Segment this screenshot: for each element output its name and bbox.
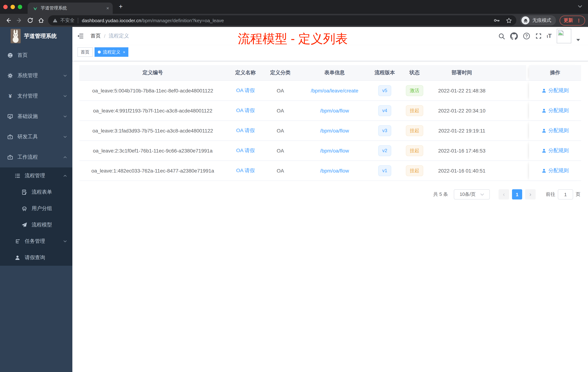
sidebar-item-process-form[interactable]: 流程表单 — [0, 184, 72, 200]
select-chevron-icon — [480, 193, 484, 196]
sidebar-item-process-management[interactable]: 流程管理 — [0, 167, 72, 184]
tab-close-icon[interactable]: × — [106, 5, 109, 11]
forward-button[interactable] — [14, 17, 25, 24]
tag-label: 流程定义 — [103, 49, 120, 55]
chevron-down-icon — [63, 74, 67, 78]
back-button[interactable] — [3, 17, 14, 24]
form-icon — [21, 189, 27, 195]
cell-category: OA — [265, 141, 296, 161]
tab-search-chevron-icon[interactable] — [578, 5, 582, 8]
tag-close-icon[interactable]: × — [123, 50, 125, 54]
definition-name-link[interactable]: OA 请假 — [236, 127, 255, 134]
sidebar-item-infrastructure[interactable]: 基础设施 — [0, 106, 72, 127]
screenshot-viewport: 芋道管理系统 × + — [0, 0, 588, 372]
col-header-name: 定义名称 — [226, 65, 265, 81]
search-icon[interactable] — [498, 33, 505, 40]
assign-rule-link[interactable]: 分配规则 — [541, 107, 569, 114]
window-minimize-button[interactable] — [10, 5, 15, 9]
sidebar-item-label: 用户分组 — [32, 205, 67, 212]
definition-table: 定义编号 定义名称 定义分类 表单信息 流程版本 状态 部署时间 操作 oa_l… — [79, 65, 581, 181]
form-link[interactable]: /bpm/oa/flow — [320, 168, 349, 174]
definition-name-link[interactable]: OA 请假 — [236, 107, 255, 114]
security-warning-icon[interactable] — [52, 18, 58, 23]
status-badge: 挂起 — [406, 105, 423, 116]
sidebar-item-workflow[interactable]: 工作流程 — [0, 147, 72, 167]
sidebar-item-home[interactable]: 首页 — [0, 45, 72, 66]
browser-update-button[interactable]: 更新 ⋮ — [560, 15, 585, 25]
cell-filler — [491, 81, 526, 101]
goto-page-input[interactable] — [558, 189, 573, 199]
form-link[interactable]: /bpm/oa/flow — [320, 148, 349, 153]
chevron-down-icon — [63, 94, 67, 98]
sidebar-item-user-group[interactable]: 用户分组 — [0, 200, 72, 217]
security-label[interactable]: 不安全 — [60, 17, 74, 24]
assign-rule-link[interactable]: 分配规则 — [541, 127, 569, 134]
sidebar-item-task-management[interactable]: 任务管理 — [0, 233, 72, 249]
sidebar-item-label: 首页 — [17, 52, 67, 59]
breadcrumb-home[interactable]: 首页 — [91, 33, 101, 39]
sidebar-item-label: 流程模型 — [32, 221, 67, 228]
sidebar-item-leave-query[interactable]: 请假查询 — [0, 249, 72, 266]
browser-tab[interactable]: 芋道管理系统 × — [28, 2, 113, 14]
browser-menu-kebab-icon[interactable]: ⋮ — [576, 18, 581, 23]
cell-definition-id: oa_leave:2:3c1f0ef1-76b1-11ec-9c66-a2380… — [79, 141, 226, 161]
goto-label: 前往 — [546, 191, 555, 198]
page-size-select[interactable]: 10条/页 — [454, 189, 490, 199]
sidebar-item-dev-tools[interactable]: 研发工具 — [0, 127, 72, 147]
sidebar-collapse-icon[interactable] — [77, 33, 84, 39]
sidebar-item-label: 系统管理 — [17, 72, 63, 79]
avatar-caret-icon[interactable] — [576, 39, 580, 41]
definition-name-link[interactable]: OA 请假 — [236, 167, 255, 174]
sidebar-item-process-model[interactable]: 流程模型 — [0, 217, 72, 233]
new-tab-button[interactable]: + — [116, 2, 125, 11]
incognito-badge: 无痕模式 — [520, 15, 556, 25]
tag-tab-home[interactable]: 首页 — [77, 47, 93, 57]
omnibox-separator — [78, 18, 78, 23]
form-link[interactable]: /bpm/oa/flow — [320, 108, 349, 114]
list-icon — [15, 173, 20, 178]
assign-rule-link[interactable]: 分配规则 — [541, 147, 569, 154]
definition-name-link[interactable]: OA 请假 — [236, 87, 255, 94]
form-link[interactable]: /bpm/oa/flow — [320, 128, 349, 134]
github-icon[interactable] — [510, 32, 518, 40]
cell-filler — [491, 141, 526, 161]
address-bar[interactable]: 不安全 dashboard.yudao.iocoder.cn/bpm/manag… — [48, 15, 516, 25]
form-link[interactable]: /bpm/oa/leave/create — [311, 88, 358, 94]
window-zoom-button[interactable] — [18, 5, 22, 9]
tag-tab-process-definition[interactable]: 流程定义 × — [94, 47, 128, 57]
active-dot — [98, 51, 101, 54]
col-header-category: 定义分类 — [265, 65, 296, 81]
dashboard-icon — [7, 52, 13, 58]
current-page-button[interactable]: 1 — [512, 189, 522, 199]
home-button[interactable] — [36, 17, 47, 24]
reload-button[interactable] — [25, 17, 36, 24]
prev-page-button[interactable]: ‹ — [499, 189, 509, 199]
chevron-down-icon — [63, 114, 67, 119]
chevron-up-icon — [63, 174, 67, 178]
status-badge: 挂起 — [406, 145, 423, 156]
window-close-button[interactable] — [3, 5, 8, 9]
sidebar-item-label: 任务管理 — [25, 238, 63, 244]
robot-icon — [21, 206, 27, 211]
fullscreen-icon[interactable] — [535, 33, 542, 39]
assign-rule-link[interactable]: 分配规则 — [541, 87, 569, 94]
fixed-column-gap — [526, 141, 529, 161]
bookmark-star-icon[interactable] — [506, 17, 512, 23]
sidebar-item-system[interactable]: 系统管理 — [0, 66, 72, 86]
next-page-button[interactable]: › — [525, 189, 536, 199]
definition-name-link[interactable]: OA 请假 — [236, 147, 255, 154]
update-label: 更新 — [564, 17, 573, 24]
incognito-icon — [521, 16, 529, 24]
chevron-up-icon — [63, 155, 67, 159]
sidebar-item-payment[interactable]: ¥ 支付管理 — [0, 86, 72, 106]
sidebar-item-label: 请假查询 — [25, 254, 67, 261]
col-header-form: 表单信息 — [296, 65, 373, 81]
cell-deployed-time: 2022-01-22 20:34:10 — [433, 101, 491, 121]
password-key-icon[interactable] — [494, 17, 500, 24]
font-size-icon[interactable]: tT — [547, 33, 552, 39]
help-icon[interactable]: ? — [523, 33, 530, 40]
col-header-action: 操作 — [529, 65, 581, 81]
user-avatar-broken-image[interactable] — [557, 29, 571, 43]
version-badge: v5 — [378, 85, 391, 96]
assign-rule-link[interactable]: 分配规则 — [541, 167, 569, 174]
